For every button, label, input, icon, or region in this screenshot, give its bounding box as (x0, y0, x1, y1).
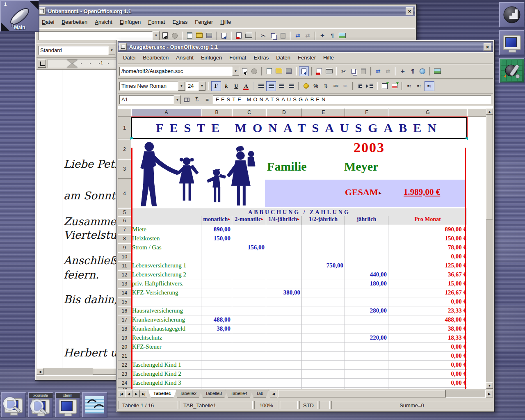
scroll-up-icon[interactable]: ▲ (486, 108, 493, 115)
chevron-down-icon[interactable]: ▼ (174, 95, 181, 104)
menu-hilfe[interactable]: Hilfe (320, 52, 338, 63)
writer-url-combo[interactable]: ▼ (38, 31, 160, 40)
cell-E12[interactable] (302, 270, 345, 279)
load-document-icon[interactable] (240, 67, 249, 76)
new-document-icon[interactable] (265, 67, 274, 76)
cell-A23[interactable]: Taschengeld Kind 2 (131, 370, 201, 379)
cell-C15[interactable] (232, 297, 266, 306)
cell-D24[interactable] (266, 379, 302, 388)
row-header-15[interactable]: 15 (118, 297, 131, 306)
cell-E14[interactable] (302, 288, 345, 297)
cell-A17[interactable]: Krankenversicherung (131, 315, 201, 324)
delete-decimal-icon[interactable] (341, 82, 350, 91)
cell-F9[interactable] (345, 243, 388, 252)
paragraph-style-value[interactable]: Standard (38, 46, 108, 55)
cell-F12[interactable]: 440,00 (345, 270, 388, 279)
cell-F13[interactable]: 180,00 (345, 279, 388, 288)
cell-A10[interactable] (131, 252, 201, 261)
cell-G10[interactable]: 0,00 € (388, 252, 467, 261)
cell-A7[interactable]: Miete (131, 225, 201, 234)
next-sheet-icon[interactable]: ▶ (132, 390, 140, 397)
cell-G25[interactable]: 0,00 € (388, 388, 467, 389)
font-name-value[interactable]: Times New Roman (119, 82, 178, 91)
open-file-icon[interactable] (195, 31, 204, 40)
row-header-12[interactable]: 12 (118, 270, 131, 279)
cell-G14[interactable]: 126,67 € (388, 288, 467, 297)
add-decimal-icon[interactable] (331, 82, 340, 91)
menu-bearbeiten[interactable]: Bearbeiten (139, 52, 172, 63)
cell-C23[interactable] (232, 370, 266, 379)
menu-einfügen[interactable]: Einfügen (197, 52, 226, 63)
align-bottom-icon[interactable] (425, 81, 434, 91)
cell-E19[interactable] (302, 333, 345, 342)
cell-F25[interactable] (345, 388, 388, 389)
cell-E23[interactable] (302, 370, 345, 379)
cell-B25[interactable] (201, 388, 232, 389)
last-sheet-icon[interactable]: ▶| (140, 390, 147, 397)
cell-G19[interactable]: 18,33 € (388, 333, 467, 342)
status-zoom[interactable]: 100% (254, 401, 278, 409)
function-wizard-icon[interactable] (182, 95, 191, 104)
dock-monitor-button[interactable] (499, 30, 525, 55)
sheet-tab-tabelle2[interactable]: Tabelle2 (174, 390, 202, 398)
background-color-icon[interactable] (390, 82, 399, 91)
load-document-icon[interactable] (160, 31, 169, 40)
cell-E18[interactable] (302, 324, 345, 333)
menu-ansicht[interactable]: Ansicht (172, 52, 197, 63)
cell-C11[interactable] (232, 261, 266, 270)
writer-titlebar[interactable]: Unbenannt1 - OpenOffice.org 1.1 × (37, 6, 415, 16)
dock-toolbox-button[interactable] (499, 58, 525, 83)
cell-C13[interactable] (232, 279, 266, 288)
row-header-8[interactable]: 8 (118, 234, 131, 243)
row-header-13[interactable]: 13 (118, 279, 131, 288)
cell-C10[interactable] (232, 252, 266, 261)
cell-E25[interactable] (302, 388, 345, 389)
align-center-vertical-icon[interactable] (415, 82, 424, 91)
align-center-icon[interactable] (266, 81, 276, 91)
menu-extras[interactable]: Extras (169, 17, 191, 27)
menu-fenster[interactable]: Fenster (191, 17, 217, 27)
align-top-icon[interactable] (405, 82, 414, 91)
cell-B8[interactable]: 150,00 (201, 234, 232, 243)
select-all-corner[interactable] (118, 108, 131, 117)
cell-B9[interactable] (201, 243, 232, 252)
cell-B13[interactable] (201, 279, 232, 288)
cell-D19[interactable] (266, 333, 302, 342)
cut-icon[interactable] (339, 67, 348, 76)
cell-E11[interactable]: 750,00 (302, 261, 345, 270)
cell-D11[interactable] (266, 261, 302, 270)
row-header-22[interactable]: 22 (118, 361, 131, 370)
cell-B10[interactable] (201, 252, 232, 261)
sheet-tab-tabelle4[interactable]: Tabelle4 (225, 390, 253, 398)
cell-G11[interactable]: 125,00 € (388, 261, 467, 270)
url-combo[interactable]: /home/rolf2/Ausgaben.sxc ▼ (119, 67, 239, 76)
cell-F24[interactable] (345, 379, 388, 388)
cell-F7[interactable] (345, 225, 388, 234)
cell-G22[interactable]: 0,00 € (388, 361, 467, 370)
status-page-style[interactable]: TAB_Tabelle1 (180, 401, 253, 409)
gallery-icon[interactable] (338, 31, 347, 40)
cell-A9[interactable]: Strom / Gas (131, 243, 201, 252)
cell-B6[interactable]: monatlich (201, 216, 232, 225)
menu-format[interactable]: Format (144, 17, 169, 27)
cell-F10[interactable] (345, 252, 388, 261)
name-box-combo[interactable]: A1 ▼ (119, 95, 181, 104)
row-header-10[interactable]: 10 (118, 252, 131, 261)
cell-F22[interactable] (345, 361, 388, 370)
italic-icon[interactable] (222, 82, 231, 91)
font-size-value[interactable]: 24 (186, 82, 199, 91)
cell-D23[interactable] (266, 370, 302, 379)
cell-D13[interactable] (266, 279, 302, 288)
status-insert-mode[interactable]: STD (299, 401, 317, 409)
cell-G18[interactable]: 38,00 € (388, 324, 467, 333)
cell-C17[interactable] (232, 315, 266, 324)
scrollbar-thumb[interactable] (278, 390, 445, 397)
cell-C12[interactable] (232, 270, 266, 279)
url-input[interactable]: /home/rolf2/Ausgaben.sxc (119, 67, 232, 76)
cell-G17[interactable]: 488,00 € (388, 315, 467, 324)
undo-icon[interactable] (293, 31, 302, 40)
currency-format-icon[interactable] (301, 82, 310, 91)
cell-E20[interactable] (302, 342, 345, 352)
cell-G16[interactable]: 23,33 € (388, 306, 467, 315)
family-band[interactable]: 2003 Familie Meyer GESAM 1.989,00 € (131, 139, 467, 208)
